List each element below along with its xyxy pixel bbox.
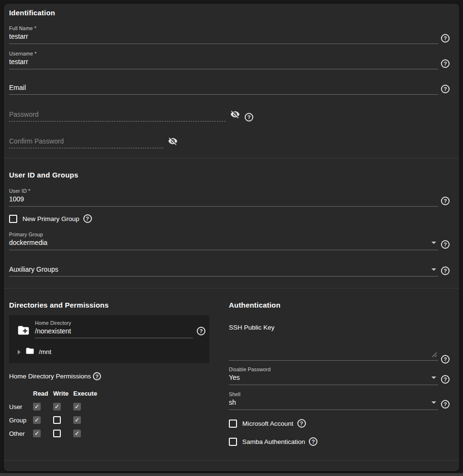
user-id-input[interactable]: User ID * 1009 — [9, 188, 438, 207]
microsoft-account-row: Microsoft Account ? — [229, 419, 450, 428]
new-primary-group-row: New Primary Group ? — [9, 214, 450, 223]
tree-node-mnt[interactable]: /mnt — [16, 346, 205, 357]
resize-handle-icon[interactable] — [430, 351, 437, 359]
auxiliary-groups-select[interactable]: Auxiliary Groups — [9, 266, 438, 277]
primary-group-label: Primary Group — [9, 232, 438, 237]
help-icon[interactable]: ? — [441, 197, 450, 205]
home-directory-input[interactable]: Home Directory /nonexistent — [35, 320, 193, 338]
help-icon[interactable]: ? — [441, 266, 450, 275]
chevron-down-icon[interactable] — [431, 268, 436, 271]
samba-authentication-row: Samba Authentication ? — [229, 437, 450, 446]
directories-title: Directories and Permissions — [9, 301, 209, 309]
user-write-checkbox[interactable] — [53, 403, 61, 410]
other-write-checkbox[interactable] — [53, 430, 61, 437]
help-icon[interactable]: ? — [245, 113, 253, 122]
chevron-down-icon[interactable] — [431, 242, 436, 244]
permissions-col-write: Write — [53, 390, 73, 397]
group-execute-checkbox[interactable] — [73, 416, 81, 424]
samba-authentication-label: Samba Authentication — [242, 438, 305, 445]
full-name-field-row: Full Name * testarr ? — [9, 25, 450, 44]
ssh-public-key-area: SSH Public Key ? — [229, 324, 450, 361]
help-icon[interactable]: ? — [441, 240, 450, 249]
disable-password-label: Disable Password — [229, 366, 438, 372]
primary-group-value: dockermedia — [9, 239, 47, 247]
shell-field-row: Shell sh ? — [229, 391, 450, 410]
home-directory-explorer: Home Directory /nonexistent ? /mnt — [9, 315, 209, 363]
auxiliary-groups-label: Auxiliary Groups — [9, 266, 58, 274]
disable-password-select[interactable]: Disable Password Yes — [229, 366, 438, 385]
microsoft-account-label: Microsoft Account — [242, 420, 294, 427]
email-input[interactable]: Email — [9, 84, 438, 95]
create-new-folder-icon[interactable] — [16, 324, 31, 339]
visibility-off-icon[interactable] — [168, 136, 178, 148]
chevron-down-icon[interactable] — [431, 401, 436, 404]
home-directory-value: /nonexistent — [35, 327, 71, 335]
permissions-title-row: Home Directory Permissions ? — [9, 372, 209, 380]
username-field-row: Username * testarr ? — [9, 51, 450, 69]
help-icon[interactable]: ? — [441, 355, 450, 364]
permissions-col-execute: Execute — [73, 390, 102, 397]
help-icon[interactable]: ? — [441, 59, 450, 68]
ssh-public-key-label: SSH Public Key — [229, 324, 450, 331]
user-id-field-row: User ID * 1009 ? — [9, 188, 450, 207]
new-primary-group-label: New Primary Group — [23, 215, 79, 222]
page-bottom-strip — [0, 473, 463, 476]
help-icon[interactable]: ? — [297, 419, 306, 428]
tree-expand-icon[interactable] — [18, 350, 21, 354]
full-name-label: Full Name * — [9, 25, 438, 31]
help-icon[interactable]: ? — [441, 375, 450, 384]
new-primary-group-checkbox[interactable] — [9, 215, 17, 223]
ssh-public-key-textarea[interactable] — [229, 331, 438, 361]
username-value: testarr — [9, 58, 28, 66]
help-icon[interactable]: ? — [309, 437, 317, 446]
primary-group-select[interactable]: Primary Group dockermedia — [9, 232, 438, 250]
shell-select[interactable]: Shell sh — [229, 391, 438, 410]
username-label: Username * — [9, 51, 438, 56]
user-execute-checkbox[interactable] — [73, 403, 81, 410]
samba-authentication-checkbox[interactable] — [229, 438, 237, 446]
visibility-off-icon[interactable] — [230, 110, 240, 121]
permissions-table: Read Write Execute User Group Other — [9, 390, 209, 437]
identification-title: Identification — [9, 9, 450, 17]
permissions-row-group: Group — [9, 417, 33, 424]
permissions-col-read: Read — [33, 390, 53, 397]
help-icon[interactable]: ? — [441, 400, 450, 409]
confirm-password-input[interactable]: Confirm Password — [9, 137, 163, 148]
group-write-checkbox[interactable] — [53, 416, 61, 424]
password-label: Password — [9, 111, 38, 118]
other-read-checkbox[interactable] — [33, 430, 41, 437]
help-icon[interactable]: ? — [83, 214, 92, 223]
shell-value: sh — [229, 399, 236, 407]
user-id-groups-title: User ID and Groups — [9, 171, 450, 179]
authentication-column: Authentication SSH Public Key ? — [229, 301, 450, 446]
user-id-label: User ID * — [9, 188, 438, 194]
primary-group-field-row: Primary Group dockermedia ? — [9, 232, 450, 250]
email-field-row: Email ? — [9, 84, 450, 95]
permissions-row-other: Other — [9, 430, 33, 437]
section-user-id-groups: User ID and Groups User ID * 1009 ? New … — [4, 158, 459, 288]
user-read-checkbox[interactable] — [33, 403, 41, 410]
microsoft-account-checkbox[interactable] — [229, 420, 237, 428]
user-form-card: Identification Full Name * testarr ? Use… — [4, 4, 459, 471]
confirm-password-field-row: Confirm Password — [9, 136, 450, 148]
help-icon[interactable]: ? — [441, 34, 450, 43]
chevron-down-icon[interactable] — [431, 376, 436, 379]
help-icon[interactable]: ? — [441, 85, 450, 93]
permissions-title: Home Directory Permissions — [9, 373, 91, 380]
help-icon[interactable]: ? — [197, 327, 205, 335]
form-actions: SUBMIT CANCEL DOWNLOAD SSH PUBLIC KEY — [4, 461, 459, 471]
folder-icon — [24, 346, 35, 357]
full-name-input[interactable]: Full Name * testarr — [9, 25, 438, 44]
disable-password-value: Yes — [229, 374, 240, 382]
other-execute-checkbox[interactable] — [73, 430, 81, 437]
confirm-password-label: Confirm Password — [9, 137, 64, 145]
username-input[interactable]: Username * testarr — [9, 51, 438, 69]
password-field-row: Password ? — [9, 110, 450, 122]
authentication-title: Authentication — [229, 301, 450, 309]
help-icon[interactable]: ? — [93, 372, 101, 380]
password-input[interactable]: Password — [9, 110, 226, 122]
group-read-checkbox[interactable] — [33, 416, 41, 424]
tree-node-label: /mnt — [39, 348, 51, 355]
shell-label: Shell — [229, 391, 438, 397]
home-directory-label: Home Directory — [35, 320, 193, 326]
